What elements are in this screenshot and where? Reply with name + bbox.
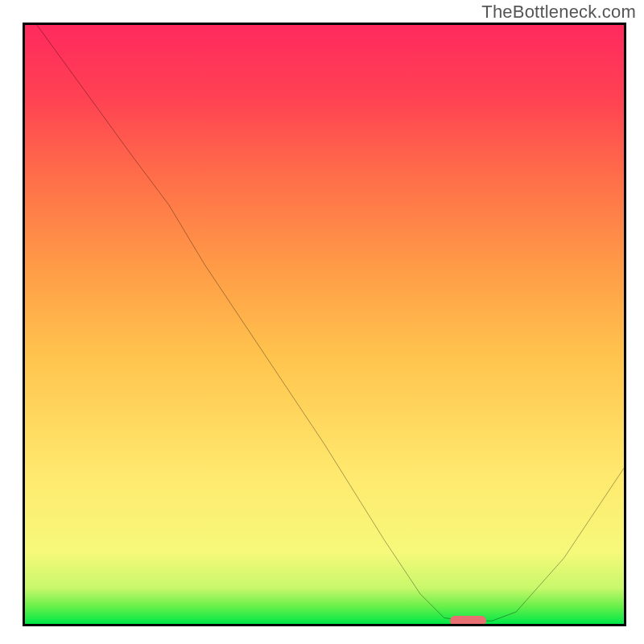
watermark-text: TheBottleneck.com: [481, 2, 636, 23]
chart-container: TheBottleneck.com: [0, 0, 644, 644]
bottleneck-curve: [25, 25, 624, 624]
optimum-marker: [450, 616, 486, 625]
plot-area: [23, 23, 626, 626]
